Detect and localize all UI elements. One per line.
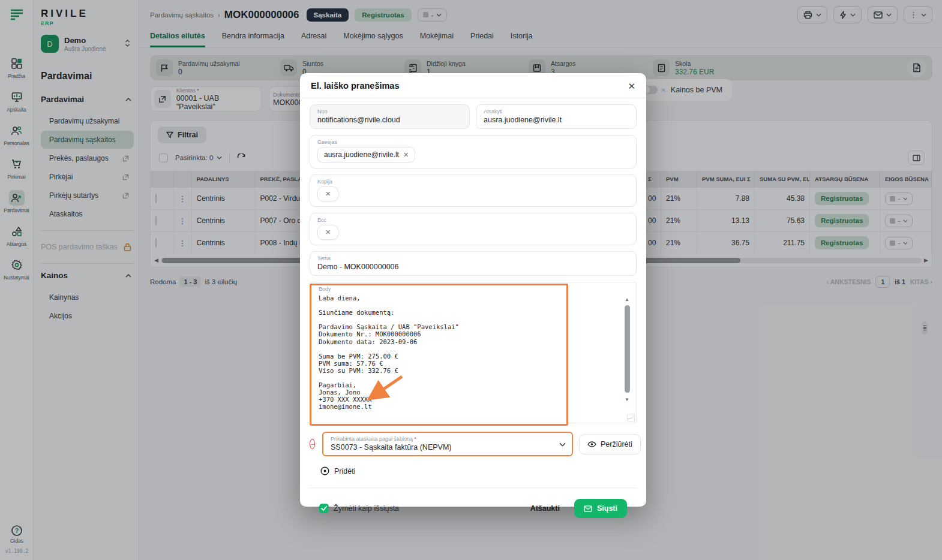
eye-icon (587, 441, 596, 447)
email-dialog: El. laiško pranešimas ✕ Nuo notification… (300, 73, 646, 507)
mark-sent-checkbox[interactable] (319, 504, 329, 513)
from-value: notifications@rivile.cloud (317, 116, 462, 124)
resize-handle[interactable] (627, 414, 635, 421)
mark-sent-label: Žymėti kaip išsiųsta (334, 504, 399, 513)
remove-chip-icon[interactable]: ✕ (325, 190, 331, 198)
body-text[interactable]: Laba diena, Siunčiame dokumentą: Pardavi… (319, 294, 612, 418)
scroll-down-icon[interactable]: ▼ (625, 397, 629, 402)
send-envelope-icon (584, 505, 592, 512)
cc-field[interactable]: Kopija ✕ (310, 174, 637, 207)
bcc-field[interactable]: Bcc ✕ (310, 213, 637, 245)
scrollbar-thumb[interactable] (625, 305, 630, 393)
reply-to-value: ausra.juodiene@rivile.lt (484, 116, 629, 124)
remove-chip-icon[interactable]: ✕ (325, 228, 331, 236)
subject-field[interactable]: Tema Demo - MOK000000006 (310, 251, 637, 276)
recipient-field[interactable]: Gavėjas ausra.juodiene@rivile.lt ✕ (310, 135, 637, 168)
scroll-up-icon[interactable]: ▲ (625, 297, 629, 302)
add-attachment-button[interactable]: Pridėti (320, 466, 637, 475)
close-icon[interactable]: ✕ (628, 82, 635, 91)
body-field[interactable]: Body Laba diena, Siunčiame dokumentą: Pa… (310, 282, 637, 423)
plus-circle-icon (320, 466, 329, 475)
app-root: Pradžia Apskaita Personalas Pirkimai Par… (0, 0, 942, 560)
subject-value: Demo - MOK000000006 (317, 263, 629, 271)
recipient-chip: ausra.juodiene@rivile.lt ✕ (317, 147, 415, 162)
send-button[interactable]: Siųsti (574, 499, 627, 518)
attachment-template-value: SS0073 - Sąskaita faktūra (NEPVM) (331, 443, 554, 451)
bcc-empty-chip: ✕ (317, 225, 338, 240)
from-field: Nuo notifications@rivile.cloud (310, 104, 470, 129)
reply-to-field[interactable]: Atsakyti ausra.juodiene@rivile.lt (476, 104, 637, 129)
chevron-down-icon (559, 442, 566, 447)
cancel-button[interactable]: Atšaukti (524, 499, 566, 517)
dialog-title: El. laiško pranešimas (311, 81, 400, 91)
remove-chip-icon[interactable]: ✕ (403, 151, 409, 159)
attachment-template-select[interactable]: Prikabinta ataskaita pagal šabloną * SS0… (322, 432, 573, 456)
body-scrollbar[interactable]: ▲ ▼ (623, 297, 631, 402)
remove-attachment-icon[interactable]: − (310, 439, 315, 449)
cc-empty-chip: ✕ (317, 186, 338, 201)
preview-button[interactable]: Peržiūrėti (579, 434, 641, 454)
